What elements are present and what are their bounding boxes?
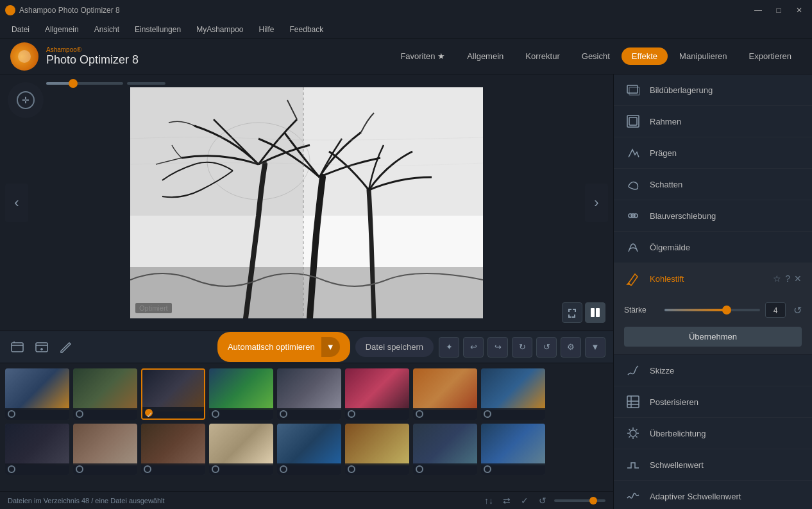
thumb-12[interactable]	[209, 424, 273, 475]
menu-myashampoo[interactable]: MyAshampoo	[190, 22, 250, 37]
thumb-3[interactable]: ✓	[141, 368, 205, 420]
effect-label-blauverschiebung: Blauverschiebung	[650, 211, 802, 221]
effect-bilduberlagerung[interactable]: Bildüberlagerung	[614, 74, 812, 106]
bottom-slider-thumb[interactable]	[589, 497, 597, 505]
minimize-button[interactable]: —	[750, 4, 766, 16]
wand-tool-button[interactable]: ✦	[439, 337, 459, 358]
filmstrip: ✓	[0, 363, 613, 491]
thumb-dot-3[interactable]: ✓	[145, 409, 153, 417]
thumb-dot-11[interactable]	[144, 465, 151, 473]
favorite-icon[interactable]: ☆	[773, 273, 781, 284]
thumb-11[interactable]	[141, 424, 205, 475]
add-file-button[interactable]	[32, 338, 51, 357]
auto-optimize-button[interactable]: Automatisch optimieren ▼	[217, 332, 350, 362]
thumb-dot-16[interactable]	[484, 465, 491, 473]
tab-manipulieren[interactable]: Manipulieren	[669, 47, 737, 65]
tab-gesicht[interactable]: Gesicht	[571, 47, 620, 65]
thumb-dot-9[interactable]	[8, 465, 15, 473]
menu-allgemein[interactable]: Allgemein	[38, 22, 85, 37]
menu-einstellungen[interactable]: Einstellungen	[128, 22, 187, 37]
rotate-cw-button[interactable]: ↻	[512, 337, 532, 358]
zoom-slider-thumb[interactable]	[69, 79, 78, 88]
starke-slider-thumb[interactable]	[722, 306, 731, 315]
menu-datei[interactable]: Datei	[5, 22, 36, 37]
nav-tabs: Favoriten ★ Allgemein Korrektur Gesicht …	[390, 47, 802, 65]
save-button[interactable]: Datei speichern	[355, 337, 434, 357]
thumb-5[interactable]	[277, 368, 341, 420]
effect-kohlestift[interactable]: Kohlestift ☆ ? ✕	[614, 263, 812, 295]
effect-schwellenwert[interactable]: Schwellenwert	[614, 449, 812, 481]
thumb-dot-13[interactable]	[280, 465, 287, 473]
status-swap-icon[interactable]: ⇄	[500, 494, 513, 507]
thumb-14[interactable]	[345, 424, 409, 475]
thumb-13[interactable]	[277, 424, 341, 475]
effect-skizze[interactable]: Skizze	[614, 355, 812, 386]
tab-korrektur[interactable]: Korrektur	[515, 47, 570, 65]
thumb-dot-12[interactable]	[212, 465, 219, 473]
thumb-8[interactable]	[481, 368, 545, 420]
effect-pregen[interactable]: Prägen	[614, 137, 812, 169]
thumb-dot-7[interactable]	[416, 410, 423, 418]
effect-label-kohlestift: Kohlestift	[650, 274, 765, 284]
effect-label-uberbelichtung: Überbelichtung	[650, 429, 802, 438]
open-file-button[interactable]	[8, 338, 27, 357]
starke-slider[interactable]	[664, 309, 760, 311]
thumb-dot-6[interactable]	[348, 410, 355, 418]
thumb-2[interactable]	[73, 368, 137, 420]
menu-ansicht[interactable]: Ansicht	[88, 22, 126, 37]
maximize-button[interactable]: □	[771, 4, 786, 16]
shrink-view-button[interactable]	[562, 302, 582, 323]
rotate-ccw-button[interactable]: ↺	[536, 337, 557, 358]
thumb-dot-14[interactable]	[348, 465, 355, 473]
tab-allgemein[interactable]: Allgemein	[457, 47, 514, 65]
thumb-15[interactable]	[413, 424, 477, 475]
more-options-button[interactable]: ▼	[585, 337, 605, 358]
thumb-dot-8[interactable]	[484, 410, 491, 418]
settings-button[interactable]: ⚙	[561, 337, 581, 358]
auto-optimize-dropdown[interactable]: ▼	[321, 337, 340, 357]
undo-button[interactable]: ↩	[463, 337, 484, 358]
split-view-button[interactable]	[585, 302, 605, 323]
starke-reset-button[interactable]: ↺	[793, 304, 802, 316]
thumb-16[interactable]	[481, 424, 545, 475]
thumb-10[interactable]	[73, 424, 137, 475]
remove-icon[interactable]: ✕	[794, 273, 802, 284]
menu-hilfe[interactable]: Hilfe	[253, 22, 281, 37]
thumb-1[interactable]	[5, 368, 69, 420]
thumb-7[interactable]	[413, 368, 477, 420]
tab-favoriten[interactable]: Favoriten ★	[390, 47, 455, 65]
status-check-icon[interactable]: ✓	[518, 494, 531, 507]
thumb-9[interactable]	[5, 424, 69, 475]
effect-adaptiver-schwellenwert[interactable]: Adaptiver Schwellenwert	[614, 481, 812, 509]
tab-exportieren[interactable]: Exportieren	[739, 47, 802, 65]
bottom-slider[interactable]	[554, 499, 605, 502]
thumb-dot-5[interactable]	[280, 410, 287, 418]
thumb-4[interactable]	[209, 368, 273, 420]
effect-uberbelichtung[interactable]: Überbelichtung	[614, 418, 812, 449]
image-viewer: ✛ ‹	[0, 74, 613, 331]
effect-schatten[interactable]: Schatten	[614, 169, 812, 200]
effect-olgemalde[interactable]: Ölgemälde	[614, 232, 812, 263]
pan-control[interactable]: ✛	[8, 82, 44, 118]
status-refresh-icon[interactable]: ↺	[536, 494, 549, 507]
close-button[interactable]: ✕	[791, 4, 807, 16]
apply-button[interactable]: Übernehmen	[624, 327, 802, 347]
zoom-slider[interactable]	[46, 82, 123, 85]
thumb-6[interactable]	[345, 368, 409, 420]
edit-tool-button[interactable]	[56, 338, 76, 357]
tab-effekte[interactable]: Effekte	[622, 47, 668, 65]
undo2-button[interactable]: ↪	[487, 337, 508, 358]
thumb-dot-4[interactable]	[212, 410, 219, 418]
status-up-icon[interactable]: ↑↓	[482, 494, 495, 507]
effect-posterisieren[interactable]: Posterisieren	[614, 386, 812, 418]
thumb-dot-2[interactable]	[76, 410, 83, 418]
effect-blauverschiebung[interactable]: Blauverschiebung	[614, 200, 812, 232]
thumb-dot-15[interactable]	[416, 465, 423, 473]
next-button[interactable]: ›	[585, 184, 608, 222]
effect-rahmen[interactable]: Rahmen	[614, 106, 812, 137]
menu-feedback[interactable]: Feedback	[283, 22, 330, 37]
thumb-dot-1[interactable]	[8, 410, 15, 418]
thumb-dot-10[interactable]	[76, 465, 83, 473]
prev-button[interactable]: ‹	[5, 184, 28, 222]
info-icon[interactable]: ?	[785, 273, 790, 284]
